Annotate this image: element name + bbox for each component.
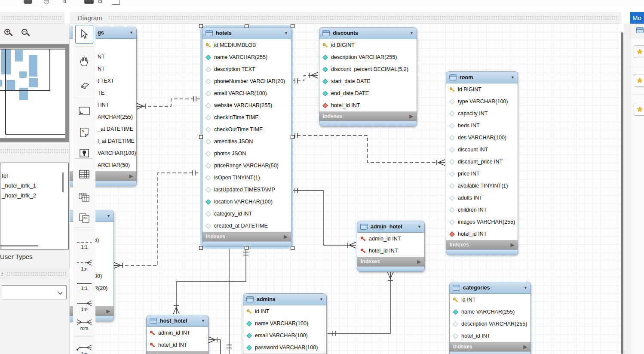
relationship-hotels-discounts[interactable] (291, 72, 318, 83)
routine-group-tool[interactable]: DG (75, 209, 93, 227)
layer-tool[interactable] (75, 102, 93, 120)
column-row[interactable]: hotel_id INT (446, 228, 518, 240)
column-row[interactable]: isOpen TINYINT(1) (202, 172, 291, 184)
tree-horizontal-scrollbar[interactable] (0, 245, 38, 246)
collapse-arrow-icon[interactable] (511, 75, 515, 80)
navigator-minimap[interactable] (0, 48, 65, 138)
user-types-label[interactable]: User Types (0, 253, 33, 260)
column-row[interactable]: discount_percent DECIMAL(5,2) (319, 63, 417, 75)
table-header[interactable]: categories (450, 282, 531, 294)
collapse-arrow-icon[interactable] (201, 319, 205, 323)
toolbar-icon-stub[interactable] (24, 0, 32, 4)
table-header[interactable]: discounts (319, 28, 417, 39)
column-row[interactable]: capacity INT (446, 108, 518, 120)
rel-1-n-non-identifying-tool[interactable]: 1:n (75, 256, 93, 275)
table-discounts[interactable]: discountsid BIGINTdescription VARCHAR(25… (319, 27, 417, 126)
column-row[interactable]: discount_price INT (446, 156, 518, 168)
column-row[interactable]: hotel_id INT (147, 339, 208, 351)
catalog-tree[interactable]: tel _hotel_ibfk_1 _hotel_ibfk_2 (0, 163, 69, 249)
column-row[interactable]: hotel_id INT (357, 245, 424, 257)
column-row[interactable]: checkInTime TIME (202, 111, 291, 123)
birds-eye-navigator[interactable] (0, 44, 69, 142)
indexes-section[interactable]: Indexes (147, 351, 208, 354)
table-header[interactable]: hotels (202, 28, 291, 39)
rel-n-m-tool[interactable]: n:m (75, 315, 93, 334)
table-header[interactable]: room (446, 72, 518, 83)
toolbar-icon-stub[interactable] (64, 0, 66, 3)
table-icon[interactable] (636, 27, 644, 33)
column-row[interactable]: id BIGINT (319, 39, 417, 51)
view-tool[interactable] (75, 189, 93, 206)
column-row[interactable]: id MEDIUMBLOB (202, 39, 291, 51)
column-row[interactable]: start_date DATE (319, 75, 417, 87)
toolbar-icon-stub[interactable] (84, 0, 94, 4)
favorite-star-button[interactable] (634, 45, 644, 58)
column-row[interactable]: priceRange VARCHAR(50) (202, 160, 291, 172)
column-row[interactable]: discount INT (446, 144, 518, 156)
column-row[interactable]: description VARCHAR(255) (319, 51, 417, 63)
indexes-section[interactable]: Indexes (319, 111, 417, 121)
column-row[interactable]: images VARCHAR(255) (446, 216, 518, 228)
expand-arrow-icon[interactable] (410, 114, 413, 119)
indexes-section[interactable]: Indexes (446, 240, 518, 249)
rel-1-n-existing-columns-tool[interactable]: 1:n (75, 340, 93, 354)
collapse-arrow-icon[interactable] (284, 31, 288, 35)
expand-arrow-icon[interactable] (417, 259, 421, 265)
diagram-canvas[interactable]: gsNTNTt TEXTTEl INTARCHAR(255)_at DATETI… (70, 24, 621, 354)
selection-handle[interactable] (245, 246, 248, 250)
tree-item[interactable]: tel (0, 171, 68, 181)
column-row[interactable]: password VARCHAR(100) (243, 342, 326, 354)
relationship-hotels-admin-hotel[interactable] (291, 188, 356, 248)
column-row[interactable]: website VARCHAR(255) (202, 99, 291, 111)
tree-item[interactable]: _hotel_ibfk_2 (0, 191, 68, 200)
table-admin_hotel[interactable]: admin_hoteladmin_id INThotel_id INTIndex… (357, 221, 425, 272)
relationship-hotels-room[interactable] (291, 133, 445, 166)
table-hotels[interactable]: hotelsid MEDIUMBLOBname VARCHAR(255)desc… (202, 27, 291, 247)
table-admins[interactable]: adminsid INTname VARCHAR(100)email VARCH… (243, 293, 327, 354)
image-tool[interactable] (75, 145, 93, 162)
column-row[interactable]: end_date DATE (319, 87, 417, 99)
selection-handle[interactable] (199, 24, 203, 28)
column-row[interactable]: type VARCHAR(100) (446, 95, 518, 108)
indexes-section[interactable]: Indexes (450, 342, 531, 351)
column-row[interactable]: admin_id INT (357, 233, 424, 245)
column-row[interactable]: photos JSON (202, 148, 291, 160)
relationship-hotels-offscreen[interactable] (227, 246, 232, 354)
selection-handle[interactable] (245, 24, 248, 28)
table-header[interactable]: admins (243, 294, 326, 305)
expand-arrow-icon[interactable] (129, 173, 133, 179)
collapse-arrow-icon[interactable] (410, 31, 414, 35)
column-row[interactable]: name VARCHAR(100) (243, 317, 326, 329)
collapse-arrow-icon[interactable] (319, 297, 323, 302)
document-shape-icon[interactable] (112, 0, 120, 5)
toolbar-icon-stub[interactable] (98, 0, 102, 3)
collapse-arrow-icon[interactable] (129, 31, 133, 35)
column-row[interactable]: amenities JSON (202, 135, 291, 148)
zoom-in-button[interactable]: + (3, 28, 14, 38)
select-tool[interactable] (75, 25, 93, 44)
favorite-star-button[interactable] (634, 74, 644, 87)
table-header[interactable]: admin_hotel (357, 221, 424, 233)
selection-handle[interactable] (291, 246, 294, 250)
column-row[interactable]: available TINYINT(1) (446, 180, 518, 192)
selection-handle[interactable] (291, 135, 294, 139)
tree-vertical-scrollbar[interactable] (62, 172, 64, 192)
column-row[interactable]: lastUpdated TIMESTAMP (202, 184, 291, 196)
column-row[interactable]: beds INT (446, 120, 518, 132)
favorite-star-button[interactable] (634, 103, 644, 116)
table-host_hotel[interactable]: host_hoteladmin_id INThotel_id INTIndexe… (146, 315, 209, 354)
eraser-tool[interactable] (75, 77, 93, 94)
column-row[interactable]: category_id INT (202, 208, 291, 220)
collapse-arrow-icon[interactable] (417, 225, 421, 229)
rel-1-1-non-identifying-tool[interactable]: 1:1 (75, 235, 93, 254)
table-room[interactable]: roomid BIGINTtype VARCHAR(100)capacity I… (446, 71, 518, 255)
magnifier-icon[interactable] (44, 0, 49, 4)
column-row[interactable]: des VARCHAR(100) (446, 132, 518, 144)
column-row[interactable]: checkOutTime TIME (202, 123, 291, 135)
table-tool[interactable] (75, 166, 93, 183)
note-tool[interactable]: N (75, 124, 93, 141)
relationship-gs-hotels[interactable] (137, 96, 201, 109)
column-row[interactable]: location VARCHAR(100) (202, 196, 291, 208)
expand-arrow-icon[interactable] (511, 242, 514, 248)
expand-arrow-icon[interactable] (107, 308, 110, 314)
